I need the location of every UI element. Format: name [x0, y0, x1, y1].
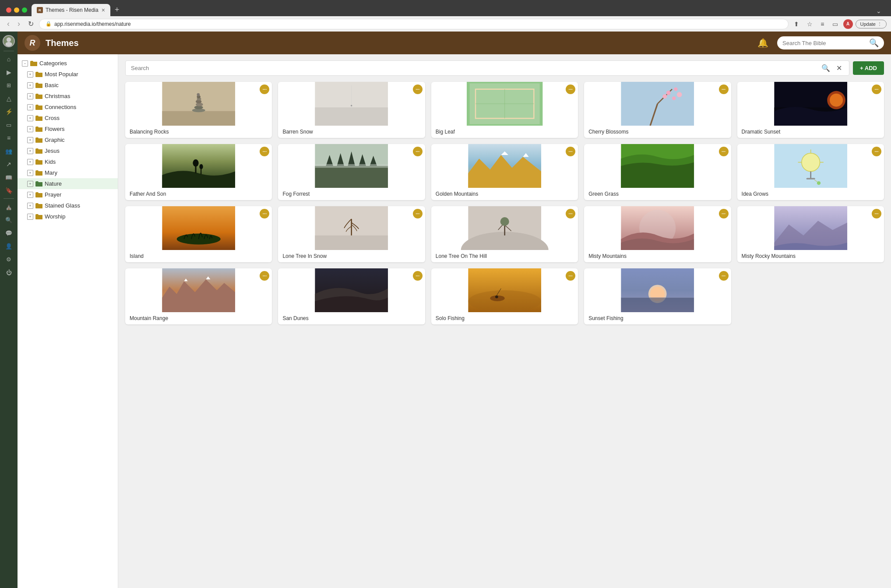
theme-menu-button-idea-grows[interactable]: ··· — [872, 147, 881, 156]
sidebar-item-prayer[interactable]: + Prayer — [18, 189, 118, 200]
sidebar-item-christmas[interactable]: + Christmas — [18, 91, 118, 102]
theme-menu-button-cherry-blossoms[interactable]: ··· — [719, 85, 729, 94]
theme-card-cherry-blossoms[interactable]: ··· Cherry Blossoms — [584, 82, 731, 138]
sidebar-browser-button[interactable]: ▭ — [830, 19, 841, 29]
left-icon-home[interactable]: ⌂ — [2, 53, 16, 65]
theme-card-solo-fishing[interactable]: ··· Solo Fishing — [431, 268, 578, 324]
sidebar-item-most-popular[interactable]: + Most Popular — [18, 69, 118, 80]
main-content: 🔍 ✕ + ADD ··· Balancing Rocks — [118, 54, 891, 588]
left-icon-person[interactable]: 👤 — [2, 240, 16, 252]
left-icon-lightning[interactable]: ⚡ — [2, 106, 16, 118]
folder-icon-graphic — [35, 137, 43, 143]
theme-menu-button-fog-forrest[interactable]: ··· — [413, 147, 423, 156]
url-bar[interactable]: 🔒 app.risenmedia.io/themes/nature — [39, 19, 789, 29]
tab-list-button[interactable]: ⌄ — [873, 6, 885, 16]
sidebar-item-basic[interactable]: + Basic — [18, 80, 118, 91]
left-icon-logout[interactable]: ⏻ — [2, 266, 16, 278]
new-tab-button[interactable]: + — [111, 4, 123, 16]
add-theme-button[interactable]: + ADD — [853, 61, 884, 75]
theme-menu-button-barren-snow[interactable]: ··· — [413, 85, 423, 94]
theme-card-idea-grows[interactable]: ··· Idea Grows — [737, 144, 884, 200]
left-icon-grid[interactable]: ⊞ — [2, 79, 16, 92]
theme-card-san-dunes[interactable]: ··· San Dunes — [278, 268, 425, 324]
left-icon-monitor[interactable]: ▭ — [2, 119, 16, 131]
sidebar-item-worship[interactable]: + Worship — [18, 211, 118, 222]
update-button[interactable]: Update ⋮ — [856, 20, 887, 28]
sidebar-item-flowers[interactable]: + Flowers — [18, 123, 118, 134]
minimize-traffic-light[interactable] — [14, 7, 19, 13]
theme-card-balancing-rocks[interactable]: ··· Balancing Rocks — [125, 82, 272, 138]
left-icon-bookmark[interactable]: 🔖 — [2, 184, 16, 197]
left-icon-people[interactable]: 👥 — [2, 145, 16, 157]
theme-menu-button-misty-rocky[interactable]: ··· — [872, 209, 881, 218]
content-toolbar: 🔍 ✕ + ADD — [125, 60, 884, 76]
lock-icon: 🔒 — [46, 21, 52, 27]
theme-card-misty-rocky[interactable]: ··· Misty Rocky Mountains — [737, 206, 884, 262]
bookmark-browser-button[interactable]: ☆ — [804, 19, 815, 29]
share-browser-button[interactable]: ⬆ — [791, 19, 802, 29]
theme-card-dramatic-sunset[interactable]: ··· Dramatic Sunset — [737, 82, 884, 138]
theme-menu-button-lone-tree-snow[interactable]: ··· — [413, 209, 423, 218]
theme-image-green-grass: ··· — [584, 144, 731, 188]
sidebar-expand-jesus: + — [27, 148, 33, 154]
close-traffic-light[interactable] — [6, 7, 11, 13]
theme-card-island[interactable]: ··· Island — [125, 206, 272, 262]
theme-search-clear-button[interactable]: ✕ — [835, 64, 844, 72]
sidebar-item-connections[interactable]: + Connections — [18, 102, 118, 113]
theme-menu-button-sunset-fishing[interactable]: ··· — [719, 271, 729, 281]
theme-search-button[interactable]: 🔍 — [820, 64, 832, 72]
sidebar-item-mary[interactable]: + Mary — [18, 167, 118, 178]
back-button[interactable]: ‹ — [4, 18, 12, 29]
theme-card-lone-tree-snow[interactable]: ··· Lone Tree In Snow — [278, 206, 425, 262]
theme-card-sunset-fishing[interactable]: ··· Sunset Fishing — [584, 268, 731, 324]
maximize-traffic-light[interactable] — [22, 7, 27, 13]
sidebar-item-nature[interactable]: + Nature — [18, 178, 118, 189]
theme-card-misty-mountains[interactable]: ··· Misty Mountains — [584, 206, 731, 262]
sidebar-item-stained-glass[interactable]: + Stained Glass — [18, 200, 118, 211]
sidebar-item-jesus[interactable]: + Jesus — [18, 145, 118, 156]
reader-button[interactable]: ≡ — [818, 19, 827, 29]
theme-card-golden-mountains[interactable]: ··· Golden Mountains — [431, 144, 578, 200]
folder-icon-worship — [35, 214, 43, 220]
profile-circle[interactable]: A — [843, 19, 853, 29]
active-tab[interactable]: R Themes - Risen Media × — [32, 4, 110, 16]
theme-card-mountain-range[interactable]: ··· Mountain Range — [125, 268, 272, 324]
left-icon-book[interactable]: 📖 — [2, 171, 16, 183]
folder-icon-most-popular — [35, 71, 43, 77]
theme-search-input[interactable] — [131, 65, 817, 71]
refresh-button[interactable]: ↻ — [25, 19, 36, 29]
notification-bell-icon[interactable]: 🔔 — [757, 38, 768, 48]
theme-card-green-grass[interactable]: ··· Green Grass — [584, 144, 731, 200]
sidebar-item-cross[interactable]: + Cross — [18, 113, 118, 123]
left-icon-chat[interactable]: 💬 — [2, 227, 16, 239]
left-icon-layers[interactable]: ≡ — [2, 132, 16, 144]
theme-card-fog-forrest[interactable]: ··· Fog Forrest — [278, 144, 425, 200]
sidebar-item-graphic[interactable]: + Graphic — [18, 134, 118, 145]
left-icon-mountain[interactable]: △ — [2, 92, 16, 105]
theme-menu-button-misty-mountains[interactable]: ··· — [719, 209, 729, 218]
categories-label: Categories — [39, 60, 67, 67]
theme-card-lone-tree-hill[interactable]: ··· Lone Tree On The Hill — [431, 206, 578, 262]
bible-search-button[interactable]: 🔍 — [866, 36, 882, 49]
sidebar-item-categories[interactable]: − Categories — [18, 58, 118, 69]
left-icon-church[interactable]: ⛪ — [2, 201, 16, 213]
forward-button[interactable]: › — [15, 18, 23, 29]
theme-card-barren-snow[interactable]: ··· Barren Snow — [278, 82, 425, 138]
theme-card-big-leaf[interactable]: ··· Big Leaf — [431, 82, 578, 138]
categories-folder-icon — [30, 60, 38, 67]
left-icon-play[interactable]: ▶ — [2, 66, 16, 78]
theme-menu-button-san-dunes[interactable]: ··· — [413, 271, 423, 281]
user-avatar[interactable] — [3, 35, 15, 47]
left-icon-search[interactable]: 🔍 — [2, 214, 16, 226]
bible-search-input[interactable] — [782, 40, 866, 46]
folder-icon-prayer — [35, 192, 43, 198]
left-icon-settings[interactable]: ⚙ — [2, 253, 16, 265]
left-icon-share[interactable]: ↗ — [2, 158, 16, 170]
theme-menu-button-dramatic-sunset[interactable]: ··· — [872, 85, 881, 94]
svg-point-23 — [666, 91, 671, 95]
theme-card-father-and-son[interactable]: ··· Father And Son — [125, 144, 272, 200]
theme-menu-button-green-grass[interactable]: ··· — [719, 147, 729, 156]
theme-name-idea-grows: Idea Grows — [737, 188, 884, 200]
sidebar-item-kids[interactable]: + Kids — [18, 156, 118, 167]
tab-close-icon[interactable]: × — [102, 7, 105, 14]
